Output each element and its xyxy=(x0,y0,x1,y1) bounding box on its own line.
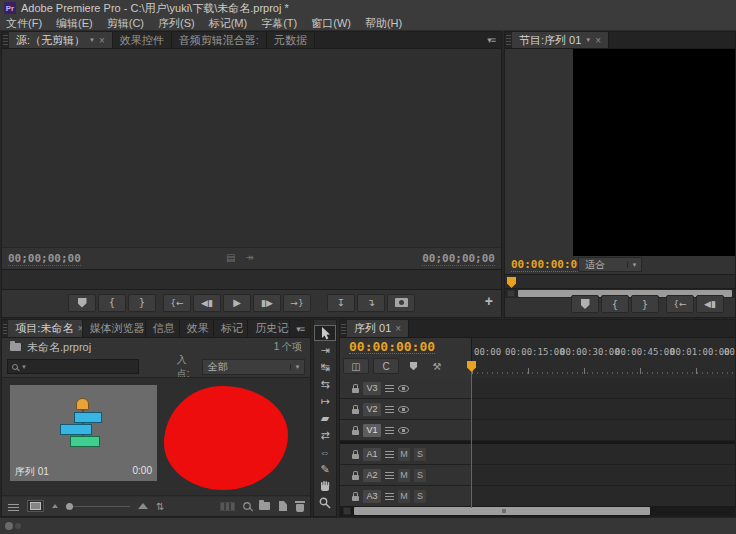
goto-in-button[interactable]: {← xyxy=(666,295,694,313)
close-icon[interactable]: × xyxy=(99,35,105,46)
slide-tool[interactable]: ⇔ xyxy=(314,444,336,460)
tab-media-browser[interactable]: 媒体浏览器 xyxy=(83,320,146,337)
chevron-down-icon[interactable]: ▼ xyxy=(89,37,95,43)
mute-button[interactable]: M xyxy=(398,469,410,482)
icon-view-button[interactable] xyxy=(27,500,44,512)
lock-icon[interactable] xyxy=(352,409,359,414)
tab-sequence-01[interactable]: 序列 01 × xyxy=(347,320,409,337)
solo-button[interactable]: S xyxy=(414,490,426,503)
in-point-select[interactable]: 全部 ▼ xyxy=(202,359,305,375)
add-marker-button[interactable] xyxy=(68,294,96,312)
track-lane[interactable] xyxy=(471,378,735,398)
hand-tool[interactable] xyxy=(314,478,336,494)
program-playhead[interactable] xyxy=(507,277,516,288)
add-marker-button[interactable] xyxy=(571,295,599,313)
goto-in-button[interactable]: {← xyxy=(163,294,191,312)
find-icon[interactable] xyxy=(243,502,251,510)
menu-file[interactable]: 文件(F) xyxy=(6,16,42,31)
tab-markers[interactable]: 标记 xyxy=(214,320,248,337)
zoom-out-icon[interactable] xyxy=(52,504,58,508)
button-editor-plus[interactable]: + xyxy=(485,294,493,308)
lock-icon[interactable] xyxy=(352,388,359,393)
insert-button[interactable]: ↧ xyxy=(327,294,355,312)
new-bin-icon[interactable] xyxy=(259,502,270,510)
tab-program[interactable]: 节目:序列 01 ▼ × xyxy=(512,32,609,48)
list-view-button[interactable] xyxy=(8,502,19,511)
sequence-item-card[interactable]: 序列 01 0:00 xyxy=(10,385,157,481)
chevron-down-icon[interactable]: ▼ xyxy=(21,364,27,370)
track-lane[interactable] xyxy=(471,399,735,419)
thumbnail-zoom-slider[interactable] xyxy=(66,506,130,507)
lock-icon[interactable] xyxy=(352,454,359,459)
mark-in-button[interactable]: { xyxy=(601,295,629,313)
track-name[interactable]: V3 xyxy=(363,382,381,395)
pen-tool[interactable]: ✎ xyxy=(314,461,336,477)
selection-tool[interactable] xyxy=(314,325,336,341)
sequence-item-name[interactable]: 序列 01 xyxy=(15,465,49,479)
source-position-timecode[interactable]: 00;00;00;00 xyxy=(8,252,81,266)
menu-clip[interactable]: 剪辑(C) xyxy=(107,16,144,31)
tab-audio-clip-mixer[interactable]: 音频剪辑混合器: xyxy=(172,32,267,48)
solo-button[interactable]: S xyxy=(414,469,426,482)
track-name[interactable]: A1 xyxy=(363,448,381,461)
eye-icon[interactable] xyxy=(398,427,409,434)
panel-menu-icon[interactable]: ▾≡ xyxy=(481,35,501,45)
track-name[interactable]: A3 xyxy=(363,490,381,503)
overwrite-button[interactable]: ↴ xyxy=(357,294,385,312)
panel-grip[interactable] xyxy=(506,35,511,45)
razor-tool[interactable]: ▰ xyxy=(314,410,336,426)
panel-menu-icon[interactable]: ▾≡ xyxy=(290,324,310,334)
scrollbar-endcap[interactable] xyxy=(343,507,351,515)
project-file-name[interactable]: 未命名.prproj xyxy=(27,340,91,355)
menu-edit[interactable]: 编辑(E) xyxy=(56,16,93,31)
menu-sequence[interactable]: 序列(S) xyxy=(158,16,195,31)
mute-button[interactable]: M xyxy=(398,490,410,503)
track-select-tool[interactable]: ⇥ xyxy=(314,342,336,358)
sync-lock-icon[interactable] xyxy=(385,492,394,500)
menu-window[interactable]: 窗口(W) xyxy=(311,16,351,31)
timeline-position-timecode[interactable]: 00:00:00:00 xyxy=(349,340,435,354)
track-lane[interactable] xyxy=(471,465,735,485)
sync-lock-icon[interactable] xyxy=(385,471,394,479)
drag-audio-icon[interactable]: ↠ xyxy=(245,252,253,263)
tab-history[interactable]: 历史记录 xyxy=(248,320,290,337)
panel-grip[interactable] xyxy=(341,323,346,334)
search-input[interactable]: ▼ xyxy=(7,359,139,374)
rolling-edit-tool[interactable]: ⇆ xyxy=(314,376,336,392)
source-scrub-bar[interactable] xyxy=(2,269,501,290)
snap-toggle-button[interactable]: C xyxy=(373,358,399,374)
track-name[interactable]: V1 xyxy=(363,424,381,437)
step-forward-button[interactable]: ▮▶ xyxy=(253,294,281,312)
chevron-down-icon[interactable]: ▼ xyxy=(585,37,591,43)
timeline-settings-button[interactable]: ⚒ xyxy=(427,358,447,374)
tab-metadata[interactable]: 元数据 xyxy=(267,32,315,48)
time-ruler[interactable]: 00:00 00:00:15:00 00:00:30:00 00:00:45:0… xyxy=(471,338,735,378)
zoom-level-select[interactable]: 适合 ▼ xyxy=(578,257,642,272)
tab-effects[interactable]: 效果 xyxy=(180,320,214,337)
panel-grip[interactable] xyxy=(3,323,7,334)
track-name[interactable]: A2 xyxy=(363,469,381,482)
solo-button[interactable]: S xyxy=(414,448,426,461)
sync-lock-icon[interactable] xyxy=(385,405,394,413)
lock-icon[interactable] xyxy=(352,475,359,480)
menu-title[interactable]: 字幕(T) xyxy=(261,16,297,31)
trash-icon[interactable] xyxy=(296,504,304,512)
sync-lock-icon[interactable] xyxy=(385,384,394,392)
goto-out-button[interactable]: →} xyxy=(283,294,311,312)
tab-source[interactable]: 源:（无剪辑） ▼ × xyxy=(9,32,113,48)
image-item-thumbnail[interactable] xyxy=(164,386,288,490)
rate-stretch-tool[interactable]: ↦ xyxy=(314,393,336,409)
panel-grip[interactable] xyxy=(3,35,8,45)
export-frame-button[interactable] xyxy=(387,294,415,312)
step-back-button[interactable]: ◀▮ xyxy=(696,295,724,313)
track-lane[interactable] xyxy=(471,486,735,506)
eye-icon[interactable] xyxy=(398,385,409,392)
lock-icon[interactable] xyxy=(352,496,359,501)
program-position-timecode[interactable]: 00:00:00:00 xyxy=(511,258,584,272)
close-icon[interactable]: × xyxy=(395,323,401,334)
track-lane[interactable] xyxy=(471,420,735,440)
lock-icon[interactable] xyxy=(352,430,359,435)
play-button[interactable]: ▶ xyxy=(223,294,251,312)
sort-icon[interactable]: ⇅ xyxy=(156,501,164,512)
mark-out-button[interactable]: } xyxy=(631,295,659,313)
